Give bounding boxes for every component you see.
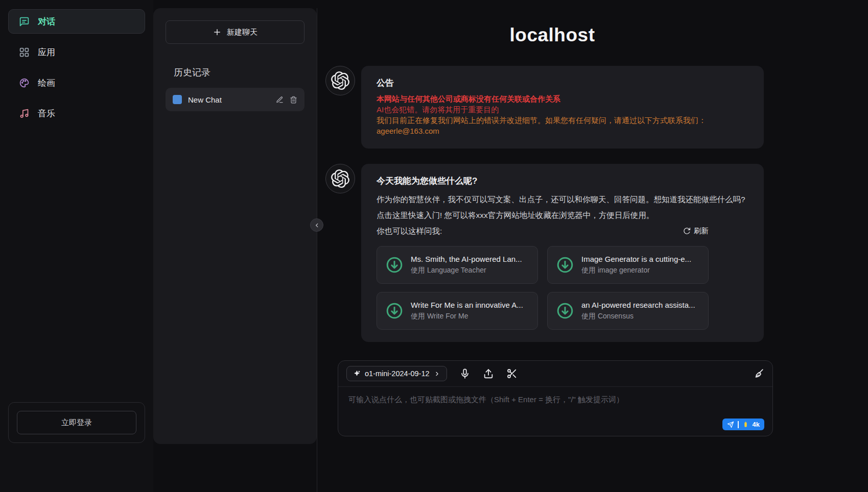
- chevron-left-icon: [313, 222, 321, 229]
- suggestion-card[interactable]: an AI-powered research assista... 使用 Con…: [547, 292, 709, 330]
- grid-icon: [19, 47, 30, 58]
- hint-row: 你也可以这样问我: 刷新: [377, 223, 709, 239]
- welcome-title: 今天我能为您做些什么呢?: [377, 175, 748, 187]
- openai-logo-icon: [331, 169, 349, 188]
- announcement-title: 公告: [377, 77, 748, 89]
- suggestion-text: an AI-powered research assista... 使用 Con…: [581, 301, 695, 321]
- announcement-line-2: AI也会犯错。请勿将其用于重要目的: [377, 104, 748, 115]
- collapse-sidebar-button[interactable]: [310, 218, 323, 232]
- suggestion-card[interactable]: Write For Me is an innovative A... 使用 Wr…: [377, 292, 538, 330]
- sidebar-item-chat[interactable]: 对话: [8, 9, 145, 34]
- refresh-icon: [683, 227, 691, 235]
- suggestion-section: 你也可以这样问我: 刷新 Ms. Smith, the AI-powered L…: [377, 223, 709, 330]
- composer: o1-mini-2024-09-12: [338, 360, 773, 436]
- announcement-line-1: 本网站与任何其他公司或商标没有任何关联或合作关系: [377, 93, 748, 104]
- sidebar-item-apps[interactable]: 应用: [8, 40, 145, 64]
- message-row-announcement: 公告 本网站与任何其他公司或商标没有任何关联或合作关系 AI也会犯错。请勿将其用…: [325, 66, 764, 149]
- sidebar-item-music[interactable]: 音乐: [8, 101, 145, 126]
- suggestion-subtitle: 使用 Language Teacher: [411, 266, 522, 275]
- history-item-actions: [276, 96, 297, 104]
- message-list: 公告 本网站与任何其他公司或商标没有任何关联或合作关系 AI也会犯错。请勿将其用…: [317, 66, 787, 357]
- suggestion-text: Image Generator is a cutting-e... 使用 ima…: [581, 255, 691, 275]
- download-circle-icon: [385, 302, 404, 320]
- composer-toolbar: o1-mini-2024-09-12: [338, 361, 772, 387]
- chevron-right-icon: [434, 371, 440, 377]
- refresh-label: 刷新: [694, 223, 709, 239]
- token-battery-icon: [742, 421, 749, 428]
- upload-icon[interactable]: [483, 368, 494, 379]
- history-list-item[interactable]: New Chat: [166, 88, 304, 111]
- new-chat-button[interactable]: 新建聊天: [166, 20, 304, 44]
- chat-item-icon: [173, 95, 182, 104]
- plus-icon: [213, 28, 222, 37]
- page-title: localhost: [317, 26, 787, 44]
- token-count: 4k: [753, 421, 760, 428]
- login-box: 立即登录: [8, 402, 145, 443]
- openai-logo-icon: [331, 71, 349, 90]
- sidebar: 对话 应用 绘画 音乐 立即登录: [0, 0, 153, 492]
- sidebar-item-label: 绘画: [38, 77, 55, 89]
- app-window: 对话 应用 绘画 音乐 立即登录: [0, 0, 868, 492]
- edit-icon[interactable]: [276, 96, 284, 104]
- panel-divider: [317, 8, 317, 492]
- main-area: localhost 公告 本网站与任何其他公司或商标没有任何关联或合作关系 AI…: [317, 0, 868, 492]
- assistant-avatar: [325, 164, 355, 193]
- suggestion-title: Ms. Smith, the AI-powered Lan...: [411, 255, 522, 263]
- chat-bubble-icon: [19, 16, 30, 27]
- suggestion-subtitle: 使用 Consensus: [581, 312, 695, 321]
- sparkle-icon: [353, 370, 361, 378]
- send-button[interactable]: 4k: [722, 419, 764, 430]
- welcome-body: 作为你的智慧伙伴，我不仅可以写文案、出点子，还可以和你聊天、回答问题。想知道我还…: [377, 191, 748, 223]
- login-button[interactable]: 立即登录: [17, 411, 136, 434]
- message-input[interactable]: [338, 387, 772, 436]
- suggestion-text: Write For Me is an innovative A... 使用 Wr…: [411, 301, 523, 321]
- download-circle-icon: [556, 302, 574, 320]
- announcement-card: 公告 本网站与任何其他公司或商标没有任何关联或合作关系 AI也会犯错。请勿将其用…: [361, 66, 764, 149]
- music-note-icon: [19, 108, 30, 119]
- sidebar-item-label: 音乐: [38, 108, 55, 119]
- suggestion-card[interactable]: Ms. Smith, the AI-powered Lan... 使用 Lang…: [377, 246, 538, 284]
- sidebar-item-label: 对话: [38, 16, 55, 28]
- ask-hint: 你也可以这样问我:: [377, 223, 442, 239]
- suggestion-title: an AI-powered research assista...: [581, 301, 695, 309]
- new-chat-button-label: 新建聊天: [227, 28, 257, 37]
- suggestion-subtitle: 使用 image generator: [581, 266, 691, 275]
- history-title: 历史记录: [166, 66, 304, 79]
- suggestion-grid: Ms. Smith, the AI-powered Lan... 使用 Lang…: [377, 246, 709, 330]
- message-row-welcome: 今天我能为您做些什么呢? 作为你的智慧伙伴，我不仅可以写文案、出点子，还可以和你…: [325, 164, 764, 342]
- suggestion-text: Ms. Smith, the AI-powered Lan... 使用 Lang…: [411, 255, 522, 275]
- scissors-icon[interactable]: [506, 368, 518, 379]
- history-item-title: New Chat: [188, 95, 270, 104]
- paper-plane-icon: [727, 421, 734, 428]
- suggestion-card[interactable]: Image Generator is a cutting-e... 使用 ima…: [547, 246, 709, 284]
- download-circle-icon: [556, 256, 574, 274]
- delete-icon[interactable]: [290, 96, 297, 104]
- sidebar-spacer: [8, 132, 145, 402]
- sidebar-item-label: 应用: [38, 46, 55, 58]
- download-circle-icon: [385, 256, 404, 274]
- microphone-icon[interactable]: [459, 368, 471, 379]
- send-separator: [738, 421, 739, 428]
- suggestion-title: Image Generator is a cutting-e...: [581, 255, 691, 263]
- suggestion-subtitle: 使用 Write For Me: [411, 312, 523, 321]
- announcement-email[interactable]: ageerle@163.com: [377, 126, 748, 136]
- clear-context-broom-icon[interactable]: [753, 368, 764, 379]
- suggestion-title: Write For Me is an innovative A...: [411, 301, 523, 309]
- model-selector[interactable]: o1-mini-2024-09-12: [346, 366, 447, 381]
- palette-icon: [19, 78, 30, 88]
- sidebar-item-drawing[interactable]: 绘画: [8, 70, 145, 95]
- chat-list-panel: 新建聊天 历史记录 New Chat: [153, 8, 317, 444]
- model-name: o1-mini-2024-09-12: [365, 370, 430, 378]
- welcome-card: 今天我能为您做些什么呢? 作为你的智慧伙伴，我不仅可以写文案、出点子，还可以和你…: [361, 164, 764, 342]
- refresh-suggestions-button[interactable]: 刷新: [683, 223, 709, 239]
- assistant-avatar: [325, 66, 355, 95]
- announcement-line-3: 我们目前正在修复我们网站上的错误并改进细节。如果您有任何疑问，请通过以下方式联系…: [377, 115, 748, 126]
